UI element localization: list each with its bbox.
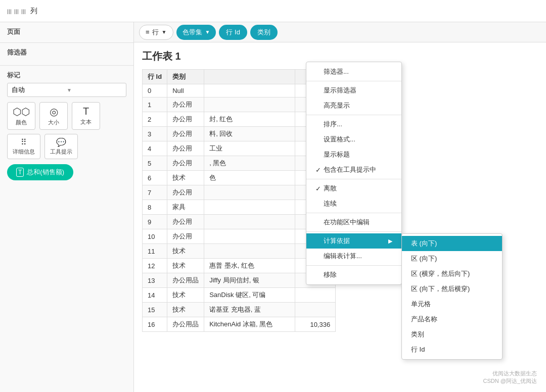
pill-category[interactable]: 类别	[250, 25, 278, 40]
marks-dropdown-arrow: ▼	[67, 87, 122, 93]
cell-product	[204, 97, 295, 112]
cell-id: 7	[143, 185, 167, 200]
cell-category: 办公用	[167, 127, 204, 141]
marks-icons-row: ⬡⬡ 颜色 ◎ 大小 T 文本	[7, 102, 126, 130]
cell-category: 家具	[167, 200, 204, 215]
cell-id: 16	[143, 317, 167, 332]
tooltip-icon: 💬	[56, 137, 66, 147]
sum-button[interactable]: T 总和(销售额)	[7, 164, 73, 180]
cell-product	[204, 215, 295, 229]
cell-id: 3	[143, 127, 167, 141]
menu-item-remove[interactable]: 移除	[306, 267, 401, 282]
sidebar-marks-title: 标记	[7, 71, 126, 80]
pill-hang-id-label: 行 Id	[226, 28, 240, 37]
submenu-across-down-label: 区 (横穿，然后向下)	[411, 270, 470, 277]
menu-item-show-title[interactable]: 显示标题	[306, 147, 401, 162]
text-T-icon: T	[83, 106, 89, 117]
submenu-item-product-name[interactable]: 产品名称	[402, 312, 502, 327]
marks-size-label: 大小	[48, 119, 59, 126]
pill-category-label: 类别	[257, 28, 270, 37]
menu-item-highlight[interactable]: 高亮显示	[306, 98, 401, 113]
marks-detail-label: 详细信息	[13, 148, 35, 156]
cell-category: 办公用品	[167, 317, 204, 332]
sidebar-page-section: 页面	[0, 22, 133, 43]
menu-item-format[interactable]: 设置格式...	[306, 132, 401, 147]
cell-id: 5	[143, 156, 167, 171]
pill-seda-arrow: ▼	[205, 29, 210, 35]
sidebar-page-title: 页面	[7, 27, 126, 36]
menu-item-edit-table-calc[interactable]: 编辑表计算...	[306, 249, 401, 264]
pill-row[interactable]: ≡ 行 ▼	[139, 25, 173, 40]
cell-id: 12	[143, 259, 167, 273]
submenu-item-row-id[interactable]: 行 Id	[402, 342, 502, 357]
menu-item-discrete[interactable]: ✓ 离散	[306, 181, 401, 196]
pill-row-label: 行	[152, 28, 159, 37]
submenu-item-cell[interactable]: 单元格	[402, 297, 502, 312]
cell-id: 10	[143, 229, 167, 244]
cell-category: 办公用	[167, 156, 204, 171]
marks-text-btn[interactable]: T 文本	[72, 102, 100, 130]
submenu-item-pane-across-then-down[interactable]: 区 (横穿，然后向下)	[402, 266, 502, 281]
menu-edit-shelf-label: 在功能区中编辑	[324, 218, 370, 227]
menu-item-tooltip-include[interactable]: ✓ 包含在工具提示中	[306, 162, 401, 177]
pill-row-icon: ≡	[146, 28, 150, 36]
divider2	[306, 115, 401, 115]
pill-seda-label: 色带集	[183, 28, 202, 37]
menu-continuous-label: 连续	[324, 199, 337, 208]
pill-seda-ji[interactable]: 色带集 ▼	[176, 25, 216, 40]
col-header-product	[204, 70, 295, 84]
submenu-pane-down-label: 区 (向下)	[411, 255, 437, 262]
cell-category: 办公用	[167, 215, 204, 229]
cell-product	[204, 244, 295, 259]
menu-remove-label: 移除	[324, 270, 337, 279]
cell-id: 2	[143, 112, 167, 127]
sidebar: 页面 筛选器 标记 自动 ▼ ⬡⬡ 颜色 ◎ 大小 T	[0, 22, 134, 392]
menu-edit-calc-label: 编辑表计算...	[324, 252, 362, 261]
table-row: 16 办公用品 KitchenAid 冰箱, 黑色 10,336	[143, 317, 336, 332]
cell-product: 惠普 墨水, 红色	[204, 259, 295, 273]
menu-item-edit-in-shelf[interactable]: 在功能区中编辑	[306, 215, 401, 230]
submenu-item-pane-down-then-across[interactable]: 区 (向下，然后横穿)	[402, 281, 502, 297]
submenu-product-name-label: 产品名称	[411, 315, 437, 323]
marks-tooltip-btn[interactable]: 💬 工具提示	[44, 134, 78, 159]
sum-button-label: 总和(销售额)	[27, 168, 64, 177]
marks-type-dropdown[interactable]: 自动 ▼	[7, 83, 126, 97]
cell-category: 办公用	[167, 229, 204, 244]
top-bar: ⫼⫼⫼ 列	[0, 0, 546, 22]
menu-item-filter[interactable]: 筛选器...	[306, 64, 401, 79]
cell-product	[204, 84, 295, 97]
cell-id: 13	[143, 273, 167, 288]
col-header-category: 类别	[167, 70, 204, 84]
cell-product: 料, 回收	[204, 127, 295, 141]
pill-hang-id[interactable]: 行 Id	[219, 25, 247, 40]
table-row: 15 技术 诺基亚 充电器, 蓝	[143, 303, 336, 317]
submenu-item-table-down[interactable]: 表 (向下)	[402, 236, 502, 251]
pills-row: ≡ 行 ▼ 色带集 ▼ 行 Id 类别	[134, 22, 546, 42]
menu-item-sort[interactable]: 排序...	[306, 117, 401, 132]
submenu-item-pane-down[interactable]: 区 (向下)	[402, 251, 502, 266]
menu-format-label: 设置格式...	[324, 135, 355, 144]
cell-id: 9	[143, 215, 167, 229]
marks-size-btn[interactable]: ◎ 大小	[39, 102, 68, 130]
divider3	[306, 179, 401, 179]
marks-detail-btn[interactable]: ⠿ 详细信息	[7, 134, 40, 159]
marks-color-btn[interactable]: ⬡⬡ 颜色	[7, 102, 35, 130]
menu-item-compute-using[interactable]: 计算依据 ▶ 表 (向下) 区 (向下) 区 (横穿，然后向下) 区 (向下，然…	[306, 233, 401, 249]
content-area: ≡ 行 ▼ 色带集 ▼ 行 Id 类别 工作表 1 行 Id	[134, 22, 546, 392]
top-bar-label: 列	[30, 7, 37, 16]
sidebar-marks-section: 标记 自动 ▼ ⬡⬡ 颜色 ◎ 大小 T 文本	[0, 66, 133, 392]
compute-arrow-right: ▶	[388, 238, 392, 244]
marks-tooltip-label: 工具提示	[50, 148, 72, 156]
submenu: 表 (向下) 区 (向下) 区 (横穿，然后向下) 区 (向下，然后横穿) 单元…	[401, 233, 503, 360]
submenu-down-across-label: 区 (向下，然后横穿)	[411, 285, 470, 292]
menu-item-continuous[interactable]: 连续	[306, 196, 401, 211]
cell-category: 技术	[167, 171, 204, 185]
cell-id: 0	[143, 84, 167, 97]
menu-item-show-filter[interactable]: 显示筛选器	[306, 83, 401, 98]
marks-color-label: 颜色	[16, 119, 27, 126]
divider6	[306, 265, 401, 266]
marks-text-label: 文本	[80, 118, 92, 126]
cell-id: 14	[143, 288, 167, 303]
submenu-item-category[interactable]: 类别	[402, 327, 502, 342]
cell-category: 技术	[167, 259, 204, 273]
